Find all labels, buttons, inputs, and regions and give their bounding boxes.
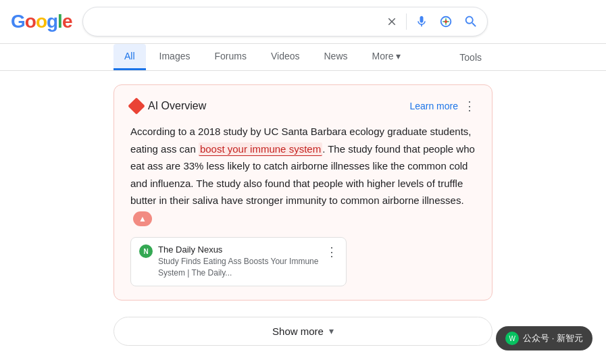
show-more-button[interactable]: Show more ▾ bbox=[113, 317, 493, 346]
tab-all[interactable]: All bbox=[113, 44, 146, 70]
voice-search-button[interactable] bbox=[412, 12, 431, 31]
logo-g2: g bbox=[47, 11, 57, 32]
clear-button[interactable] bbox=[383, 13, 401, 30]
ai-diamond-icon bbox=[128, 97, 145, 114]
search-bar-wrapper: health benefits of eating ass bbox=[82, 7, 488, 36]
source-name: The Daily Nexus bbox=[158, 244, 320, 255]
tab-news[interactable]: News bbox=[313, 44, 359, 70]
ai-overview-panel: AI Overview Learn more ⋮ According to a … bbox=[113, 84, 493, 301]
divider bbox=[406, 14, 407, 30]
logo-l: l bbox=[57, 11, 62, 32]
tab-images[interactable]: Images bbox=[149, 44, 201, 70]
learn-more-link[interactable]: Learn more bbox=[409, 101, 458, 111]
watermark: W 公众号 · 新智元 bbox=[496, 326, 592, 350]
tab-videos[interactable]: Videos bbox=[260, 44, 311, 70]
lens-button[interactable] bbox=[436, 12, 455, 31]
header: Google health benefits of eating ass bbox=[0, 0, 606, 44]
show-more-wrapper: Show more ▾ bbox=[113, 317, 493, 346]
source-title: Study Finds Eating Ass Boosts Your Immun… bbox=[158, 256, 320, 279]
show-more-label: Show more bbox=[272, 326, 324, 337]
ai-overview-title: AI Overview bbox=[130, 100, 206, 112]
more-options-icon[interactable]: ⋮ bbox=[463, 99, 476, 113]
ai-highlighted-text: boost your immune system bbox=[199, 142, 322, 156]
logo-g: G bbox=[11, 11, 25, 32]
tab-forums[interactable]: Forums bbox=[203, 44, 257, 70]
source-favicon: N bbox=[139, 244, 153, 258]
wechat-icon: W bbox=[505, 332, 519, 345]
source-more-button[interactable]: ⋮ bbox=[326, 244, 338, 259]
logo-e: e bbox=[62, 11, 72, 32]
collapse-arrow-icon: ▲ bbox=[138, 215, 147, 223]
main-content: AI Overview Learn more ⋮ According to a … bbox=[0, 71, 606, 359]
logo-o1: o bbox=[25, 11, 36, 32]
ai-overview-label: AI Overview bbox=[148, 100, 206, 112]
tools-button[interactable]: Tools bbox=[449, 45, 493, 70]
source-info: The Daily Nexus Study Finds Eating Ass B… bbox=[158, 244, 320, 279]
search-button[interactable] bbox=[461, 11, 481, 32]
ai-overview-header: AI Overview Learn more ⋮ bbox=[130, 99, 476, 113]
svg-point-1 bbox=[445, 20, 447, 23]
chevron-down-icon: ▾ bbox=[329, 326, 334, 336]
search-icons bbox=[383, 11, 481, 32]
source-card[interactable]: N The Daily Nexus Study Finds Eating Ass… bbox=[130, 237, 347, 286]
collapse-button[interactable]: ▲ bbox=[133, 211, 152, 226]
watermark-text: 公众号 · 新智元 bbox=[523, 332, 583, 344]
ai-header-right: Learn more ⋮ bbox=[409, 99, 476, 113]
google-logo[interactable]: Google bbox=[11, 11, 72, 32]
logo-o2: o bbox=[36, 11, 47, 32]
nav-tabs: All Images Forums Videos News More ▾ Too… bbox=[0, 44, 606, 71]
ai-overview-text: According to a 2018 study by UC Santa Ba… bbox=[130, 123, 476, 226]
tab-more[interactable]: More ▾ bbox=[361, 44, 412, 70]
